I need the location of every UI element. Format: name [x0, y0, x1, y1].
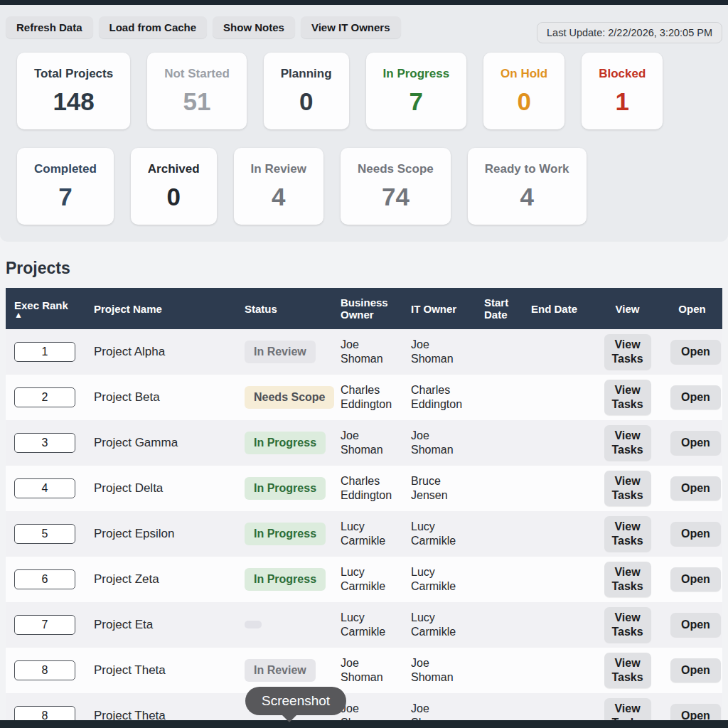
- open-button[interactable]: Open: [670, 340, 721, 364]
- view-tasks-button[interactable]: View Tasks: [604, 334, 651, 370]
- card-value: 0: [148, 183, 200, 211]
- exec-rank-input[interactable]: [14, 660, 75, 680]
- column-header-it-owner[interactable]: IT Owner: [402, 303, 476, 315]
- status-badge: In Progress: [245, 432, 326, 454]
- column-header-open[interactable]: Open: [662, 303, 722, 315]
- card-value: 148: [34, 87, 113, 116]
- status-badge: Needs Scope: [245, 386, 334, 409]
- project-name: Project Gamma: [85, 436, 236, 450]
- column-label: Start Date: [484, 296, 508, 321]
- open-button[interactable]: Open: [670, 522, 721, 546]
- page-title: Projects: [6, 259, 722, 278]
- business-owner-cell: Lucy Carmikle: [332, 565, 402, 594]
- status-badge: In Review: [245, 341, 316, 363]
- column-header-status[interactable]: Status: [236, 303, 332, 315]
- open-button[interactable]: Open: [670, 613, 721, 637]
- summary-card-total-projects: Total Projects148: [17, 53, 130, 129]
- card-value: 0: [281, 87, 332, 116]
- card-label: Planning: [281, 67, 332, 81]
- it-owner-cell: Lucy Carmikle: [402, 520, 476, 548]
- column-header-project-name[interactable]: Project Name: [85, 303, 236, 315]
- exec-rank-input[interactable]: [14, 569, 75, 589]
- view-tasks-button[interactable]: View Tasks: [604, 425, 651, 461]
- status-badge: In Progress: [245, 477, 326, 500]
- business-owner: Joe Shoman: [341, 656, 394, 685]
- view-tasks-button[interactable]: View Tasks: [604, 607, 651, 643]
- project-name: Project Beta: [85, 390, 236, 405]
- table-row: Project EtaLucy CarmikleLucy CarmikleVie…: [6, 602, 722, 648]
- it-owner-cell: Lucy Carmikle: [402, 565, 476, 594]
- summary-card-on-hold: On Hold0: [483, 53, 564, 129]
- card-value: 74: [358, 183, 434, 211]
- it-owner-cell: Joe Shoman: [402, 338, 476, 366]
- exec-rank-input[interactable]: [14, 387, 75, 407]
- table-row: Project ThetaIn ReviewJoe ShomanJoe Shom…: [6, 648, 722, 693]
- card-label: On Hold: [500, 67, 547, 81]
- load-from-cache-button[interactable]: Load from Cache: [99, 16, 208, 38]
- open-button[interactable]: Open: [670, 431, 721, 455]
- column-header-end-date[interactable]: End Date: [523, 303, 593, 315]
- business-owner: Lucy Carmikle: [341, 565, 394, 594]
- summary-card-blocked: Blocked1: [582, 53, 663, 129]
- table-row: Project ZetaIn ProgressLucy CarmikleLucy…: [6, 557, 722, 602]
- it-owner-cell: Joe Shoman: [402, 429, 476, 457]
- project-name: Project Epsilon: [85, 527, 236, 541]
- summary-card-needs-scope: Needs Scope74: [341, 148, 451, 225]
- column-label: Open: [678, 303, 705, 315]
- business-owner-cell: Charles Eddington: [332, 474, 402, 503]
- column-header-view[interactable]: View: [593, 303, 662, 315]
- it-owner-cell: Lucy Carmikle: [402, 611, 476, 639]
- card-value: 4: [485, 183, 569, 211]
- business-owner: Joe Shoman: [341, 429, 394, 457]
- column-label: End Date: [531, 303, 577, 315]
- open-button[interactable]: Open: [670, 658, 721, 682]
- cards-row-1: Total Projects148Not Started51Planning0I…: [17, 53, 728, 129]
- project-name: Project Eta: [85, 618, 236, 632]
- status-cell: In Progress: [236, 432, 332, 454]
- show-notes-button[interactable]: Show Notes: [213, 16, 295, 38]
- window-top-edge: [0, 0, 728, 5]
- status-badge: In Progress: [245, 523, 326, 545]
- column-header-business-owner[interactable]: Business Owner: [332, 296, 402, 321]
- card-label: Ready to Work: [485, 162, 569, 176]
- status-cell: In Review: [236, 659, 332, 682]
- business-owner-cell: Lucy Carmikle: [332, 611, 402, 639]
- column-header-start-date[interactable]: Start Date: [476, 296, 523, 321]
- table-row: Project EpsilonIn ProgressLucy CarmikleL…: [6, 511, 722, 557]
- open-button[interactable]: Open: [670, 567, 721, 592]
- it-owner: Lucy Carmikle: [411, 520, 465, 548]
- card-value: 7: [383, 87, 450, 116]
- open-button[interactable]: Open: [670, 385, 721, 410]
- card-value: 1: [599, 87, 646, 116]
- exec-rank-input[interactable]: [14, 433, 75, 453]
- exec-rank-input[interactable]: [14, 524, 75, 544]
- exec-rank-input[interactable]: [14, 478, 75, 498]
- card-label: Not Started: [164, 67, 230, 81]
- it-owner-cell: Charles Eddington: [402, 383, 476, 412]
- status-cell: In Progress: [236, 568, 332, 591]
- it-owner-cell: Bruce Jensen: [402, 474, 476, 503]
- view-tasks-button[interactable]: View Tasks: [604, 653, 651, 688]
- exec-rank-input[interactable]: [14, 615, 75, 635]
- window-bottom-edge: [0, 720, 728, 728]
- view-tasks-button[interactable]: View Tasks: [604, 471, 651, 506]
- card-label: Blocked: [599, 67, 646, 81]
- open-button[interactable]: Open: [670, 476, 721, 500]
- business-owner-cell: Joe Shoman: [332, 656, 402, 685]
- screenshot-tooltip: Screenshot: [245, 687, 346, 715]
- card-label: Completed: [34, 162, 97, 176]
- it-owner: Joe Shoman: [411, 338, 465, 366]
- view-tasks-button[interactable]: View Tasks: [604, 516, 651, 552]
- view-it-owners-button[interactable]: View IT Owners: [301, 16, 401, 38]
- project-name: Project Theta: [85, 663, 236, 678]
- business-owner-cell: Lucy Carmikle: [332, 520, 402, 548]
- refresh-data-button[interactable]: Refresh Data: [6, 16, 93, 38]
- summary-card-in-progress: In Progress7: [366, 53, 467, 129]
- project-name: Project Zeta: [85, 572, 236, 587]
- exec-rank-input[interactable]: [14, 342, 75, 362]
- summary-card-ready-to-work: Ready to Work4: [468, 148, 587, 225]
- column-header-exec-rank[interactable]: Exec Rank▲: [6, 299, 85, 318]
- view-tasks-button[interactable]: View Tasks: [604, 380, 651, 415]
- view-tasks-button[interactable]: View Tasks: [604, 562, 651, 597]
- card-label: In Progress: [383, 67, 450, 81]
